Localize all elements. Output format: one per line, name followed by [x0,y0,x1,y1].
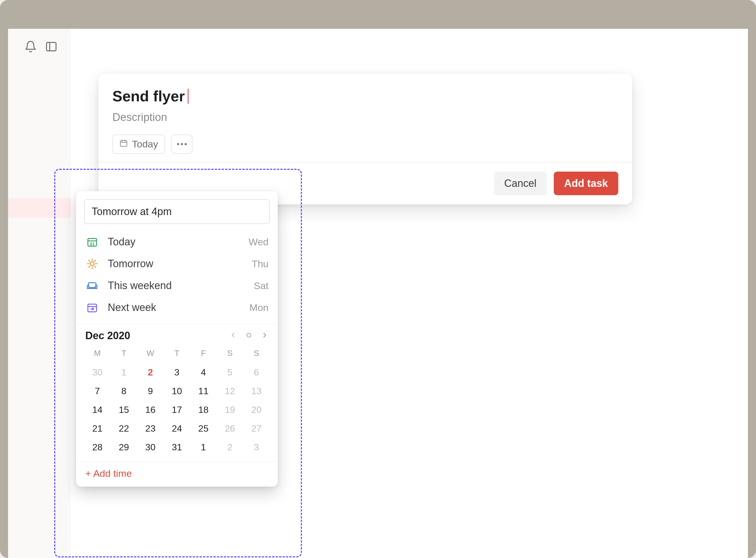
add-time-button[interactable]: + Add time [76,461,278,481]
calendar-day[interactable]: 4 [190,363,217,382]
calendar-day[interactable]: 30 [84,363,111,382]
svg-line-16 [89,266,90,267]
calendar-day[interactable]: 3 [243,438,270,457]
calendar-day[interactable]: 28 [84,438,111,457]
calendar-grid: MTWTFSS 30123456789101112131415161718192… [76,344,278,461]
task-title-text: Send flyer [112,87,185,105]
calendar-dow: T [164,346,190,363]
quick-today[interactable]: 21 Today Wed [76,231,278,253]
date-text-input[interactable] [84,199,270,224]
calendar-dow: F [190,346,217,363]
quick-label: Tomorrow [108,258,251,270]
app-window: Send flyer Description Today [0,0,756,558]
quick-day: Wed [249,236,269,248]
svg-rect-18 [88,304,97,312]
calendar-day[interactable]: 12 [217,382,243,401]
calendar-week-row: 28293031123 [84,438,270,457]
svg-point-20 [247,333,251,337]
svg-line-14 [89,260,90,261]
task-editor-card: Send flyer Description Today [99,74,632,204]
calendar-day[interactable]: 3 [164,363,190,382]
calendar-day[interactable]: 2 [217,438,243,457]
calendar-day[interactable]: 21 [84,419,111,438]
calendar-day[interactable]: 17 [164,401,190,419]
calendar-week-row: 78910111213 [84,382,270,401]
sun-icon [85,257,99,271]
calendar-day[interactable]: 14 [84,401,111,419]
calendar-day[interactable]: 27 [243,419,270,438]
due-date-label: Today [132,138,158,150]
calendar-day[interactable]: 30 [137,438,164,457]
due-date-chip[interactable]: Today [112,134,165,154]
calendar-icon [119,138,128,150]
calendar-day[interactable]: 7 [84,382,111,401]
content-area: Send flyer Description Today [8,29,748,558]
left-sidebar [8,29,71,558]
calendar-dow: T [111,346,137,363]
quick-day: Sat [254,280,269,291]
calendar-day[interactable]: 15 [111,401,137,419]
calendar-day[interactable]: 1 [190,438,217,457]
calendar-day[interactable]: 29 [111,438,137,457]
calendar-day[interactable]: 23 [137,419,164,438]
calendar-day[interactable]: 5 [217,363,243,382]
quick-day: Mon [249,302,269,313]
calendar-day[interactable]: 25 [190,419,217,438]
calendar-day[interactable]: 20 [243,401,270,419]
calendar-dow: M [84,346,111,363]
calendar-header: Dec 2020 [76,324,278,344]
calendar-day[interactable]: 6 [243,363,270,382]
dots-icon [177,143,187,145]
quick-weekend[interactable]: This weekend Sat [76,275,278,297]
svg-rect-0 [47,42,56,51]
quick-day: Thu [251,258,269,270]
calendar-dow: S [217,346,243,363]
task-title-input[interactable]: Send flyer [112,87,618,105]
calendar-day[interactable]: 9 [137,382,164,401]
svg-text:21: 21 [90,241,95,246]
today-icon: 21 [85,235,99,249]
svg-rect-2 [120,141,127,146]
calendar-day[interactable]: 13 [243,382,270,401]
calendar-day[interactable]: 11 [190,382,217,401]
bell-icon[interactable] [24,40,37,53]
calendar-nav [229,331,269,340]
task-description-input[interactable]: Description [112,111,618,124]
cancel-button[interactable]: Cancel [494,172,547,195]
calendar-day[interactable]: 18 [190,401,217,419]
next-month-button[interactable] [261,331,269,340]
couch-icon [85,279,99,293]
sidebar-selection-highlight [8,198,71,218]
calendar-week-row: 30123456 [84,363,270,382]
more-options-button[interactable] [171,134,192,154]
calendar-day[interactable]: 1 [111,363,137,382]
add-task-button[interactable]: Add task [554,172,618,195]
calendar-day[interactable]: 16 [137,401,164,419]
quick-next-week[interactable]: Next week Mon [76,297,278,319]
calendar-day[interactable]: 8 [111,382,137,401]
panel-toggle-icon[interactable] [45,40,58,53]
quick-tomorrow[interactable]: Tomorrow Thu [76,253,278,275]
calendar-day[interactable]: 19 [217,401,243,419]
quick-date-list: 21 Today Wed Tomorrow Thu [76,229,278,324]
calendar-day[interactable]: 22 [111,419,137,438]
svg-point-9 [90,262,94,265]
calendar-day[interactable]: 31 [164,438,190,457]
main-area: Send flyer Description Today [71,29,748,558]
today-jump-button[interactable] [245,332,252,340]
calendar-dow: W [137,346,164,363]
prev-month-button[interactable] [229,331,237,340]
task-editor-top: Send flyer Description Today [99,74,632,162]
calendar-day[interactable]: 2 [137,363,164,382]
svg-line-15 [95,266,96,267]
quick-label: Next week [108,301,249,313]
window-titlebar [0,0,756,29]
date-scheduler-popover: 21 Today Wed Tomorrow Thu [76,191,278,487]
quick-label: This weekend [108,280,254,292]
calendar-day[interactable]: 24 [164,419,190,438]
next-week-icon [85,301,99,314]
calendar-day[interactable]: 10 [164,382,190,401]
svg-line-17 [95,260,96,261]
chip-row: Today [112,134,618,154]
calendar-day[interactable]: 26 [217,419,243,438]
